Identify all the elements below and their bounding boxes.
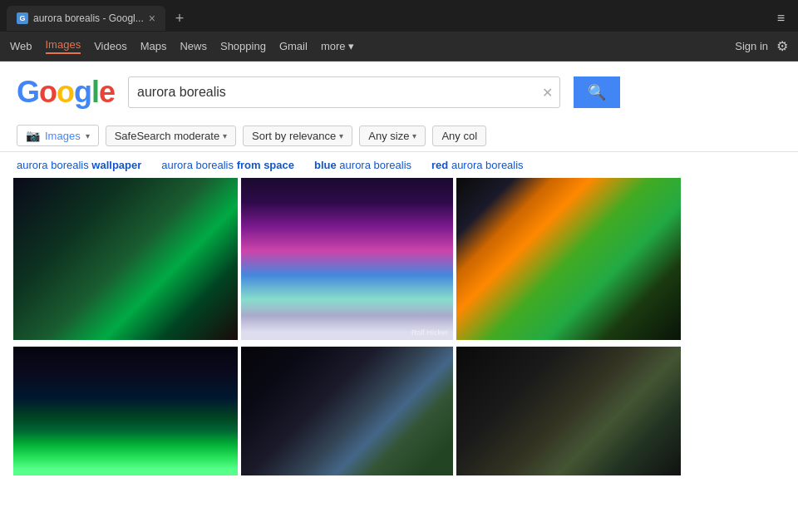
topnav-right: Sign in ⚙ <box>735 38 788 54</box>
image-thumb-3[interactable] <box>456 178 681 340</box>
topnav-images[interactable]: Images <box>46 38 81 54</box>
suggested-from-space[interactable]: aurora borealis from space <box>161 159 294 171</box>
color-dropdown[interactable]: Any col <box>432 126 486 146</box>
size-label: Any size <box>368 130 409 142</box>
suggested-blue[interactable]: blue aurora borealis <box>314 159 411 171</box>
search-button-icon: 🔍 <box>588 83 606 101</box>
topnav-maps[interactable]: Maps <box>140 40 167 52</box>
sort-dropdown[interactable]: Sort by relevance ▾ <box>243 126 352 146</box>
tab-bar: G aurora borealis - Googl... × + ≡ <box>0 0 798 32</box>
google-topnav: Web Images Videos Maps News Shopping Gma… <box>0 32 798 62</box>
image-thumb-6[interactable] <box>456 347 681 475</box>
image-grid: Rolf Hicker <box>0 178 798 475</box>
logo-g2: g <box>74 75 91 109</box>
search-input[interactable] <box>129 85 535 100</box>
logo-o1: o <box>39 75 57 109</box>
sort-arrow: ▾ <box>339 131 343 140</box>
image-thumb-1[interactable] <box>13 178 238 340</box>
search-button[interactable]: 🔍 <box>574 76 620 108</box>
image-row-2 <box>13 347 785 475</box>
topnav-gmail[interactable]: Gmail <box>279 40 308 52</box>
logo-e: e <box>99 75 115 109</box>
browser-menu-area: ≡ <box>771 11 791 26</box>
color-label: Any col <box>441 130 477 142</box>
logo-o2: o <box>57 75 74 109</box>
image-thumb-5[interactable] <box>241 347 453 475</box>
suggested-red[interactable]: red aurora borealis <box>431 159 524 171</box>
image-row-1: Rolf Hicker <box>13 178 785 340</box>
logo-l: l <box>91 75 99 109</box>
sort-label: Sort by relevance <box>252 130 336 142</box>
search-clear-button[interactable]: ✕ <box>535 85 559 101</box>
image-thumb-2[interactable]: Rolf Hicker <box>241 178 453 340</box>
suggested-wallpaper[interactable]: aurora borealis wallpaper <box>17 159 141 171</box>
tab-title: aurora borealis - Googl... <box>33 12 144 24</box>
topnav-news[interactable]: News <box>180 40 207 52</box>
safesearch-dropdown[interactable]: SafeSearch moderate ▾ <box>106 126 236 146</box>
tab-close-button[interactable]: × <box>149 12 155 25</box>
tab-favicon: G <box>17 12 28 24</box>
search-box: ✕ <box>128 76 560 108</box>
filter-bar: 📷 Images ▾ SafeSearch moderate ▾ Sort by… <box>0 120 798 152</box>
images-filter-arrow: ▾ <box>86 131 90 140</box>
topnav-shopping[interactable]: Shopping <box>220 40 266 52</box>
images-filter-label: Images <box>45 130 81 142</box>
logo-g: G <box>17 75 39 109</box>
topnav-web[interactable]: Web <box>10 40 32 52</box>
safesearch-label: SafeSearch moderate <box>115 130 219 142</box>
new-tab-button[interactable]: + <box>169 7 190 29</box>
image-watermark: Rolf Hicker <box>411 328 448 337</box>
google-page: Web Images Videos Maps News Shopping Gma… <box>0 32 798 475</box>
topnav-links: Web Images Videos Maps News Shopping Gma… <box>10 38 354 54</box>
search-area: Google ✕ 🔍 <box>0 62 798 120</box>
camera-icon: 📷 <box>26 129 40 142</box>
signin-link[interactable]: Sign in <box>735 40 768 52</box>
images-filter-button[interactable]: 📷 Images ▾ <box>17 125 99 146</box>
settings-gear-icon[interactable]: ⚙ <box>776 38 788 54</box>
size-arrow: ▾ <box>412 131 416 140</box>
safesearch-arrow: ▾ <box>223 131 227 140</box>
google-logo: Google <box>17 75 115 110</box>
browser-window: G aurora borealis - Googl... × + ≡ Web I… <box>0 0 798 475</box>
topnav-more[interactable]: more ▾ <box>321 40 354 52</box>
image-thumb-4[interactable] <box>13 347 238 475</box>
topnav-videos[interactable]: Videos <box>94 40 127 52</box>
suggested-searches: aurora borealis wallpaper aurora boreali… <box>0 152 798 178</box>
size-dropdown[interactable]: Any size ▾ <box>359 126 426 146</box>
active-tab[interactable]: G aurora borealis - Googl... × <box>7 6 165 31</box>
browser-menu-icon[interactable]: ≡ <box>771 7 791 28</box>
